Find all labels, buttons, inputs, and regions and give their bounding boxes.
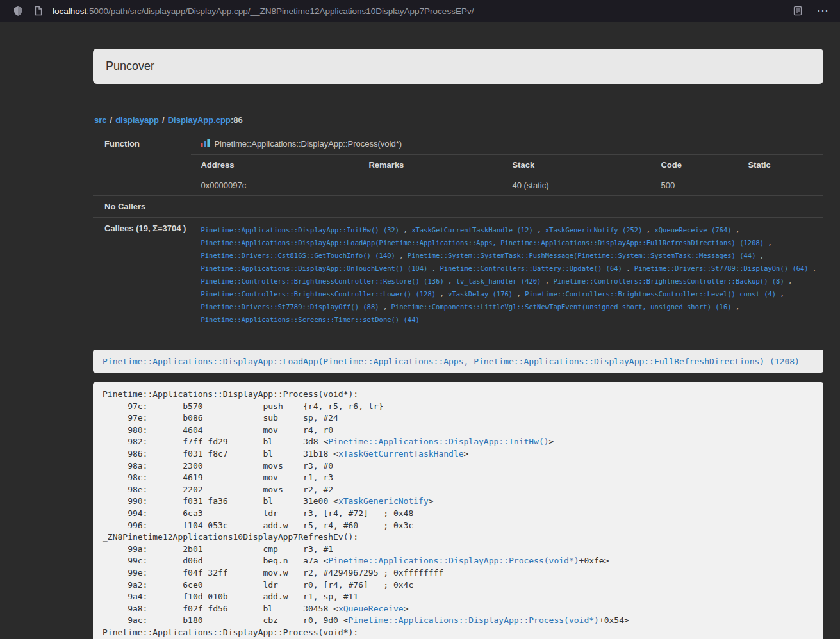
symbol-detail-table: Function Pinetime::Applications::Display… bbox=[93, 133, 823, 334]
app-title-banner: Puncover bbox=[93, 49, 823, 84]
cell-address: 0x0000097c bbox=[191, 175, 359, 196]
callee-link[interactable]: Pinetime::Applications::Screens::Timer::… bbox=[201, 316, 419, 323]
overflow-menu-icon[interactable]: ⋯ bbox=[814, 5, 831, 17]
callee-link[interactable]: xTaskGenericNotify (252) bbox=[545, 226, 643, 234]
callees-label: Callees (19, Σ=3704 ) bbox=[93, 218, 191, 334]
callee-link[interactable]: Pinetime::Applications::DisplayApp::Init… bbox=[201, 226, 399, 234]
callee-link[interactable]: xTaskGetCurrentTaskHandle (12) bbox=[411, 226, 533, 234]
code-symbol-link[interactable]: Pinetime::Applications::DisplayApp::Init… bbox=[328, 437, 548, 446]
callee-separator: , bbox=[732, 226, 740, 234]
expanded-symbol-link[interactable]: Pinetime::Applications::DisplayApp::Load… bbox=[103, 357, 800, 366]
code-symbol-link[interactable]: Pinetime::Applications::DisplayApp::Proc… bbox=[349, 615, 599, 625]
no-callers-row: No Callers bbox=[93, 196, 823, 218]
callees-row: Callees (19, Σ=3704 ) Pinetime::Applicat… bbox=[93, 218, 823, 334]
callee-separator: , bbox=[755, 252, 764, 259]
app-title: Puncover bbox=[106, 60, 154, 73]
callee-separator: , bbox=[533, 226, 545, 234]
callee-separator: , bbox=[513, 290, 525, 298]
callee-separator: , bbox=[444, 277, 456, 285]
callee-link[interactable]: lv_task_handler (420) bbox=[456, 277, 541, 285]
callees-list: Pinetime::Applications::DisplayApp::Init… bbox=[201, 223, 818, 326]
callee-link[interactable]: Pinetime::Drivers::St7789::DisplayOn() (… bbox=[634, 264, 809, 272]
url-path: :5000/path/src/displayapp/DisplayApp.cpp… bbox=[86, 6, 474, 16]
browser-chrome: localhost:5000/path/src/displayapp/Displ… bbox=[0, 0, 840, 22]
tracking-protection-shield-icon[interactable] bbox=[10, 3, 26, 19]
col-header-static: Static bbox=[738, 155, 823, 175]
disassembly-block: Pinetime::Applications::DisplayApp::Proc… bbox=[93, 382, 823, 639]
callee-separator: , bbox=[541, 277, 553, 285]
callee-link[interactable]: Pinetime::Applications::DisplayApp::OnTo… bbox=[201, 264, 427, 272]
callee-link[interactable]: Pinetime::Controllers::BrightnessControl… bbox=[525, 290, 776, 298]
callee-separator: , bbox=[643, 226, 655, 234]
col-header-remarks: Remarks bbox=[359, 155, 502, 175]
function-row: Function Pinetime::Applications::Display… bbox=[93, 133, 823, 196]
disassembly: Pinetime::Applications::DisplayApp::Proc… bbox=[103, 389, 814, 639]
col-header-stack: Stack bbox=[502, 155, 651, 175]
breadcrumb-line-number: :86 bbox=[231, 115, 243, 125]
cell-code: 500 bbox=[651, 175, 738, 196]
divider bbox=[93, 101, 823, 101]
callee-separator: , bbox=[732, 303, 740, 311]
no-callers-label: No Callers bbox=[93, 196, 191, 218]
callee-separator: , bbox=[436, 290, 448, 298]
breadcrumb: src/displayapp/DisplayApp.cpp:86 bbox=[94, 115, 823, 125]
callee-link[interactable]: Pinetime::Drivers::St7789::DisplayOff() … bbox=[201, 303, 379, 311]
callee-link[interactable]: Pinetime::Controllers::Battery::Update()… bbox=[440, 264, 622, 272]
url-host: localhost bbox=[53, 6, 86, 16]
callee-link[interactable]: Pinetime::System::SystemTask::PushMessag… bbox=[408, 252, 756, 259]
code-symbol-link[interactable]: xTaskGetCurrentTaskHandle bbox=[338, 449, 464, 458]
callee-separator: , bbox=[776, 290, 784, 298]
callee-separator: , bbox=[622, 264, 634, 272]
callee-link[interactable]: Pinetime::Drivers::Cst816S::GetTouchInfo… bbox=[201, 252, 395, 259]
callee-link[interactable]: Pinetime::Applications::DisplayApp::Load… bbox=[201, 239, 764, 247]
col-header-code: Code bbox=[651, 155, 738, 175]
code-symbol-link[interactable]: xQueueReceive bbox=[338, 604, 404, 613]
breadcrumb-separator: / bbox=[110, 115, 113, 125]
callee-link[interactable]: vTaskDelay (176) bbox=[448, 290, 513, 298]
reader-mode-icon[interactable] bbox=[790, 3, 805, 19]
callee-separator: , bbox=[809, 264, 817, 272]
address-table-header: Address Remarks Stack Code Static bbox=[191, 155, 823, 175]
callee-separator: , bbox=[784, 277, 793, 285]
address-table: Address Remarks Stack Code Static 0x0000… bbox=[191, 154, 823, 195]
breadcrumb-link-file[interactable]: DisplayApp.cpp bbox=[168, 115, 231, 125]
callee-separator: , bbox=[379, 303, 391, 311]
callee-link[interactable]: xQueueReceive (764) bbox=[654, 226, 731, 234]
callee-link[interactable]: Pinetime::Controllers::BrightnessControl… bbox=[201, 290, 436, 298]
col-header-address: Address bbox=[191, 155, 359, 175]
callee-separator: , bbox=[395, 252, 408, 259]
page-info-icon[interactable] bbox=[31, 3, 46, 19]
function-signature: Pinetime::Applications::DisplayApp::Proc… bbox=[214, 139, 402, 149]
breadcrumb-link-src[interactable]: src bbox=[94, 115, 107, 125]
callee-separator: , bbox=[427, 264, 440, 272]
code-symbol-link[interactable]: xTaskGenericNotify bbox=[338, 496, 429, 506]
cell-remarks bbox=[359, 175, 502, 196]
expanded-symbol-panel-heading: Pinetime::Applications::DisplayApp::Load… bbox=[93, 350, 823, 373]
cell-static bbox=[738, 175, 823, 196]
function-row-label: Function bbox=[93, 133, 191, 196]
callee-link[interactable]: Pinetime::Controllers::BrightnessControl… bbox=[553, 277, 784, 285]
url-bar[interactable]: localhost:5000/path/src/displayapp/Displ… bbox=[53, 6, 782, 16]
cell-stack: 40 (static) bbox=[502, 175, 651, 196]
function-type-icon bbox=[200, 138, 210, 150]
code-symbol-link[interactable]: Pinetime::Applications::DisplayApp::Proc… bbox=[328, 556, 579, 565]
breadcrumb-link-displayapp[interactable]: displayapp bbox=[115, 115, 159, 125]
address-table-row: 0x0000097c 40 (static) 500 bbox=[191, 175, 823, 196]
function-signature-line: Pinetime::Applications::DisplayApp::Proc… bbox=[191, 133, 823, 154]
breadcrumb-separator: / bbox=[162, 115, 165, 125]
page-content: Puncover src/displayapp/DisplayApp.cpp:8… bbox=[93, 22, 823, 639]
callee-link[interactable]: Pinetime::Components::LittleVgl::SetNewT… bbox=[391, 303, 732, 311]
callee-separator: , bbox=[399, 226, 411, 234]
callee-link[interactable]: Pinetime::Controllers::BrightnessControl… bbox=[201, 277, 443, 285]
callee-separator: , bbox=[764, 239, 772, 247]
